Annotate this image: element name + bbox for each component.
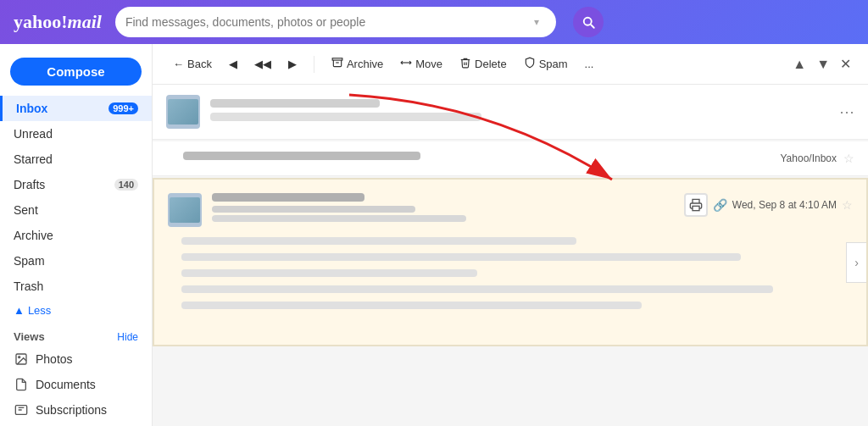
- email-meta-1: ⋯: [839, 102, 854, 121]
- detail-sender-name-placeholder: [212, 193, 364, 202]
- search-icon: [581, 14, 596, 30]
- email-sender-2: [183, 152, 420, 160]
- search-chevron-icon: ▾: [534, 16, 539, 28]
- documents-icon: [14, 377, 29, 392]
- email-content-2: [183, 152, 771, 165]
- detail-time: 🔗 Wed, Sep 8 at 4:10 AM ☆: [684, 193, 853, 217]
- toolbar-right: ▲ ▼ ✕: [789, 53, 854, 75]
- sort-asc-button[interactable]: ▲: [789, 53, 810, 75]
- sidebar-item-deals[interactable]: Deals: [0, 423, 152, 426]
- print-icon: [689, 198, 703, 212]
- sidebar-item-subscriptions[interactable]: Subscriptions: [0, 397, 152, 423]
- detail-body: [168, 237, 853, 331]
- sidebar-item-archive[interactable]: Archive: [0, 223, 152, 248]
- photos-icon: [14, 351, 29, 367]
- email-more-button-1[interactable]: ⋯: [839, 102, 854, 121]
- back-button[interactable]: ← Back: [166, 54, 219, 74]
- sidebar-item-photos[interactable]: Photos: [0, 346, 152, 372]
- sidebar-item-drafts[interactable]: Drafts 140: [0, 172, 152, 197]
- email-sender-placeholder: [210, 99, 380, 108]
- next-button[interactable]: ▶: [281, 54, 303, 74]
- folder-name: Yahoo/Inbox: [781, 152, 837, 164]
- scroll-right-button[interactable]: ›: [846, 242, 866, 283]
- svg-point-1: [19, 357, 20, 358]
- email-list: ⋯ Yahoo/Inbox ☆: [153, 85, 868, 426]
- body-line-3: [181, 269, 477, 277]
- delete-button[interactable]: Delete: [453, 53, 514, 75]
- less-toggle[interactable]: ▲ Less: [0, 299, 152, 322]
- print-button[interactable]: [684, 193, 708, 217]
- yahoo-logo: yahoo!mail: [14, 11, 102, 33]
- body-line-4: [181, 285, 773, 293]
- spam-button[interactable]: Spam: [517, 53, 575, 75]
- svg-rect-3: [332, 58, 342, 60]
- caret-up-icon: ▲: [14, 304, 25, 317]
- email-panel: ⋯ Yahoo/Inbox ☆: [153, 85, 868, 426]
- search-bar: ▾: [115, 7, 556, 37]
- svg-rect-4: [693, 206, 699, 210]
- email-content-area: ← Back ◀ ◀◀ ▶ Archive: [153, 44, 868, 426]
- star-icon-2[interactable]: ☆: [843, 152, 854, 165]
- views-section: Views Hide: [0, 322, 152, 346]
- email-list-item-2[interactable]: Yahoo/Inbox ☆: [153, 141, 868, 176]
- detail-sender-info: [212, 193, 674, 222]
- sidebar-item-inbox[interactable]: Inbox 999+: [0, 96, 152, 121]
- email-content-1: [210, 99, 829, 124]
- email-toolbar: ← Back ◀ ◀◀ ▶ Archive: [153, 44, 868, 85]
- prev-button[interactable]: ◀: [222, 54, 244, 74]
- detail-sender-email-placeholder: [212, 206, 415, 213]
- move-button[interactable]: Move: [393, 53, 449, 75]
- more-button[interactable]: ...: [578, 54, 601, 74]
- prev-arrow-icon: ◀: [229, 58, 237, 70]
- sidebar-item-trash[interactable]: Trash: [0, 274, 152, 299]
- body-line-1: [181, 237, 576, 245]
- detail-star-icon[interactable]: ☆: [842, 198, 853, 212]
- spam-icon: [524, 57, 536, 71]
- close-button[interactable]: ✕: [837, 53, 854, 75]
- archive-button[interactable]: Archive: [325, 53, 390, 75]
- compose-button[interactable]: Compose: [10, 58, 142, 86]
- timestamp: Wed, Sep 8 at 4:10 AM: [732, 199, 837, 211]
- archive-icon: [331, 57, 343, 71]
- first-arrow-icon: ◀◀: [254, 58, 271, 70]
- next-arrow-icon: ▶: [288, 58, 297, 70]
- detail-avatar: [168, 193, 202, 227]
- subscriptions-icon: [14, 402, 29, 418]
- sidebar-item-documents[interactable]: Documents: [0, 372, 152, 397]
- email-subject-placeholder: [210, 113, 481, 121]
- sidebar: Compose Inbox 999+ Unread Starred Drafts…: [0, 44, 153, 426]
- detail-sender-row: 🔗 Wed, Sep 8 at 4:10 AM ☆: [168, 193, 853, 227]
- sidebar-item-sent[interactable]: Sent: [0, 197, 152, 223]
- sidebar-item-starred[interactable]: Starred: [0, 147, 152, 172]
- first-button[interactable]: ◀◀: [248, 54, 278, 74]
- search-button[interactable]: [573, 7, 604, 37]
- sidebar-item-unread[interactable]: Unread: [0, 121, 152, 147]
- email-list-item-1[interactable]: ⋯: [153, 85, 868, 140]
- email-folder-label: Yahoo/Inbox ☆: [781, 152, 855, 165]
- views-hide-link[interactable]: Hide: [117, 331, 138, 343]
- avatar-1: [166, 95, 200, 129]
- attachment-icon: 🔗: [713, 198, 727, 212]
- app-header: yahoo!mail ▾: [0, 0, 868, 44]
- detail-sender-to-placeholder: [212, 215, 466, 222]
- toolbar-separator-1: [314, 56, 314, 73]
- main-layout: Compose Inbox 999+ Unread Starred Drafts…: [0, 44, 868, 426]
- body-line-5: [181, 302, 642, 309]
- sort-desc-button[interactable]: ▼: [813, 53, 833, 75]
- move-icon: [400, 57, 412, 71]
- email-detail-panel: 🔗 Wed, Sep 8 at 4:10 AM ☆: [153, 178, 868, 346]
- search-input[interactable]: [125, 15, 534, 29]
- delete-icon: [459, 57, 471, 71]
- back-arrow-icon: ←: [173, 58, 184, 70]
- body-line-2: [181, 253, 741, 261]
- sidebar-item-spam[interactable]: Spam: [0, 248, 152, 274]
